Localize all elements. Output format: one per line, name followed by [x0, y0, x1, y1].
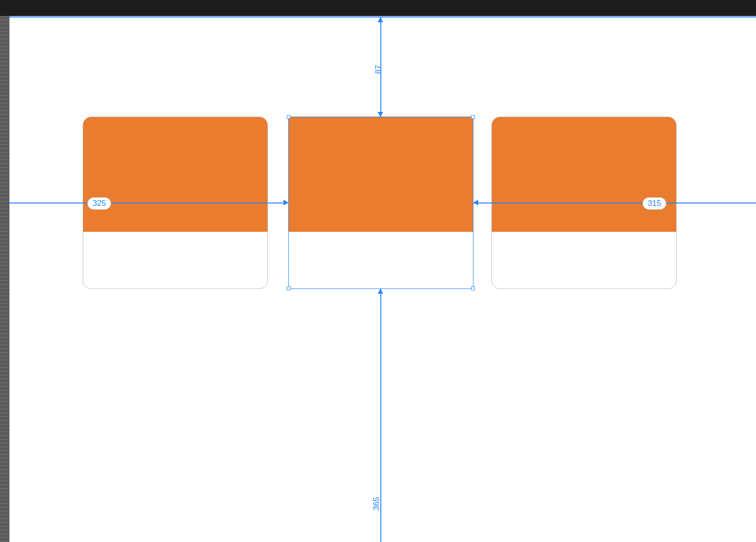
arrow-right-icon — [284, 200, 288, 205]
card-2-fill — [289, 117, 473, 232]
arrow-up-icon — [378, 17, 383, 22]
vertical-ruler[interactable] — [0, 16, 10, 542]
distance-label-bottom: 365 — [372, 497, 381, 510]
app-toolbar[interactable] — [0, 0, 756, 16]
arrow-up-icon — [378, 289, 383, 294]
distance-guide-bottom — [380, 289, 381, 542]
distance-label-top: 87 — [374, 65, 383, 74]
card-3-fill — [492, 117, 676, 232]
design-canvas[interactable]: 87 365 325 315 — [9, 17, 756, 542]
arrow-left-icon — [473, 200, 478, 205]
card-1[interactable] — [83, 117, 268, 289]
card-3[interactable] — [491, 117, 677, 289]
distance-guide-top — [380, 17, 381, 117]
arrow-down-icon — [378, 112, 383, 117]
card-1-fill — [83, 117, 267, 232]
card-2[interactable] — [288, 117, 473, 289]
